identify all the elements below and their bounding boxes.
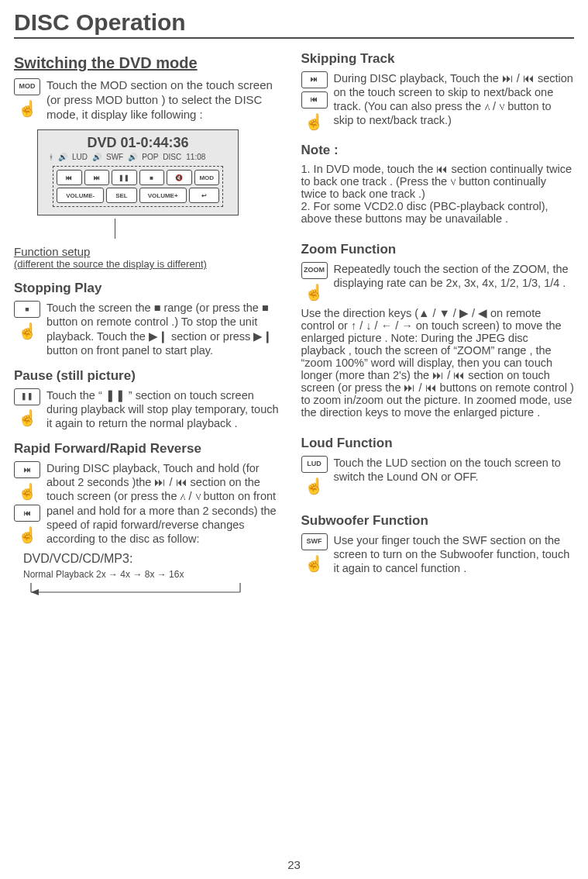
vol-icon-3: 🔊	[128, 153, 137, 161]
stopping-body: Touch the screen the ■ range (or press t…	[46, 301, 287, 357]
zoom-body-1: Repeatedly touch the section of the ZOOM…	[334, 262, 575, 290]
display-title: DVD 01-0:44:36	[44, 135, 232, 151]
svg-marker-3	[31, 589, 39, 595]
rapid-heading: Rapid Forward/Rapid Reverse	[14, 441, 287, 457]
rapid-block: ⏭ ☝ ⏮ ☝ During DISC playback, Touch and …	[14, 461, 287, 546]
rapid-body: During DISC playback, Touch and hold (fo…	[46, 461, 287, 546]
zoom-icons: ZOOM ☝	[301, 262, 328, 302]
zoom-heading: Zoom Function	[301, 242, 575, 257]
touch-icon: ☝	[14, 321, 40, 341]
rapid-icons: ⏭ ☝ ⏮ ☝	[14, 461, 40, 545]
zoom-icon: ZOOM	[301, 262, 328, 279]
skipping-heading: Skipping Track	[301, 51, 575, 67]
status-lud: LUD	[72, 153, 88, 161]
vol-icon-2: 🔊	[92, 153, 101, 161]
function-setup-label: Function setup	[14, 245, 287, 258]
bluetooth-icon: ᚼ	[49, 153, 53, 161]
pause-body: Touch the “ ❚❚ ” section on touch screen…	[46, 388, 287, 430]
pause-heading: Pause (still picture)	[14, 368, 287, 384]
switching-icons: MOD ☝	[14, 78, 40, 119]
touch-icon: ☝	[301, 553, 328, 574]
left-column: Switching the DVD mode MOD ☝ Touch the M…	[14, 47, 287, 602]
btn-row-1: ⏮ ⏭ ❚❚ ■ 🔇 MOD	[57, 170, 219, 185]
display-voldown-button[interactable]: VOLUME-	[57, 188, 104, 203]
status-time: 11:08	[186, 153, 205, 161]
page-title: DISC Operation	[14, 9, 574, 39]
right-column: Skipping Track ⏭ ⏮ ☝ During DISC playbac…	[301, 47, 575, 602]
lud-icon: LUD	[301, 456, 328, 473]
display-volup-button[interactable]: VOLUME+	[139, 188, 187, 203]
content-columns: Switching the DVD mode MOD ☝ Touch the M…	[14, 47, 574, 602]
touch-icon: ☝	[301, 476, 328, 496]
subwoofer-body: Use your finger touch the SWF section on…	[334, 533, 575, 575]
speed-line: Normal Playback 2x → 4x → 8x → 16x	[23, 569, 287, 580]
note-body: 1. In DVD mode, touch the ⏮ section cont…	[301, 163, 575, 225]
loud-block: LUD ☝ Touch the LUD section on the touch…	[301, 456, 575, 496]
status-disc: DISC	[163, 153, 181, 161]
subwoofer-heading: Subwoofer Function	[301, 513, 575, 529]
touch-icon: ☝	[14, 525, 40, 545]
loud-body: Touch the LUD section on the touch scree…	[334, 456, 575, 484]
touch-icon: ☝	[14, 481, 40, 502]
swf-icon: SWF	[301, 533, 328, 550]
skipping-body: During DISC playback, Touch the ⏭ / ⏮ se…	[334, 71, 575, 128]
stopping-icons: ■ ☝	[14, 301, 40, 341]
subwoofer-icons: SWF ☝	[301, 533, 328, 574]
display-pause-button[interactable]: ❚❚	[112, 170, 137, 185]
switching-block: MOD ☝ Touch the MOD section on the touch…	[14, 78, 287, 122]
pause-icon: ❚❚	[14, 388, 40, 405]
display-mod-button[interactable]: MOD	[194, 170, 220, 185]
dvd-display: DVD 01-0:44:36 ᚼ 🔊 LUD 🔊 SWF 🔊 POP DISC …	[37, 129, 239, 215]
page-number: 23	[287, 858, 301, 871]
subwoofer-block: SWF ☝ Use your finger touch the SWF sect…	[301, 533, 575, 575]
touch-icon: ☝	[301, 112, 328, 132]
next-icon: ⏭	[14, 461, 40, 478]
pause-block: ❚❚ ☝ Touch the “ ❚❚ ” section on touch s…	[14, 388, 287, 430]
switching-heading: Switching the DVD mode	[14, 54, 287, 72]
vol-icon: 🔊	[58, 153, 67, 161]
stopping-heading: Stopping Play	[14, 281, 287, 296]
display-prev-button[interactable]: ⏮	[57, 170, 82, 185]
display-status-row: ᚼ 🔊 LUD 🔊 SWF 🔊 POP DISC 11:08	[49, 153, 232, 161]
pointer-line	[115, 219, 115, 239]
switching-body: Touch the MOD section on the touch scree…	[46, 78, 287, 122]
loud-heading: Loud Function	[301, 436, 575, 451]
function-setup-sub: (different the source the display is dif…	[14, 258, 287, 270]
touch-icon: ☝	[14, 408, 40, 429]
display-sel-button[interactable]: SEL	[106, 188, 136, 203]
touch-icon: ☝	[301, 282, 328, 302]
display-next-button[interactable]: ⏭	[84, 170, 110, 185]
stop-icon: ■	[14, 301, 40, 318]
loud-icons: LUD ☝	[301, 456, 328, 496]
speed-loop-arrow-icon	[23, 581, 256, 598]
btn-row-2: VOLUME- SEL VOLUME+ ↩	[57, 188, 219, 203]
skipping-icons: ⏭ ⏮ ☝	[301, 71, 328, 132]
status-swf: SWF	[106, 153, 123, 161]
display-mute-button[interactable]: 🔇	[167, 170, 192, 185]
zoom-body-2: Use the direction keys (▲ / ▼ / ▶ / ◀ on…	[301, 307, 575, 419]
mod-icon: MOD	[14, 78, 40, 95]
pause-icons: ❚❚ ☝	[14, 388, 40, 429]
display-return-button[interactable]: ↩	[189, 188, 219, 203]
display-button-grid: ⏮ ⏭ ❚❚ ■ 🔇 MOD VOLUME- SEL VOLUME+ ↩	[53, 166, 223, 207]
prev-icon: ⏮	[14, 505, 40, 522]
display-stop-button[interactable]: ■	[139, 170, 165, 185]
next-icon: ⏭	[301, 71, 328, 88]
touch-icon: ☝	[14, 98, 40, 119]
skipping-block: ⏭ ⏮ ☝ During DISC playback, Touch the ⏭ …	[301, 71, 575, 132]
note-heading: Note :	[301, 143, 575, 158]
prev-icon: ⏮	[301, 91, 328, 109]
speed-heading: DVD/VCD/CD/MP3:	[23, 552, 287, 566]
status-pop: POP	[142, 153, 158, 161]
stopping-block: ■ ☝ Touch the screen the ■ range (or pre…	[14, 301, 287, 357]
zoom-block-1: ZOOM ☝ Repeatedly touch the section of t…	[301, 262, 575, 302]
